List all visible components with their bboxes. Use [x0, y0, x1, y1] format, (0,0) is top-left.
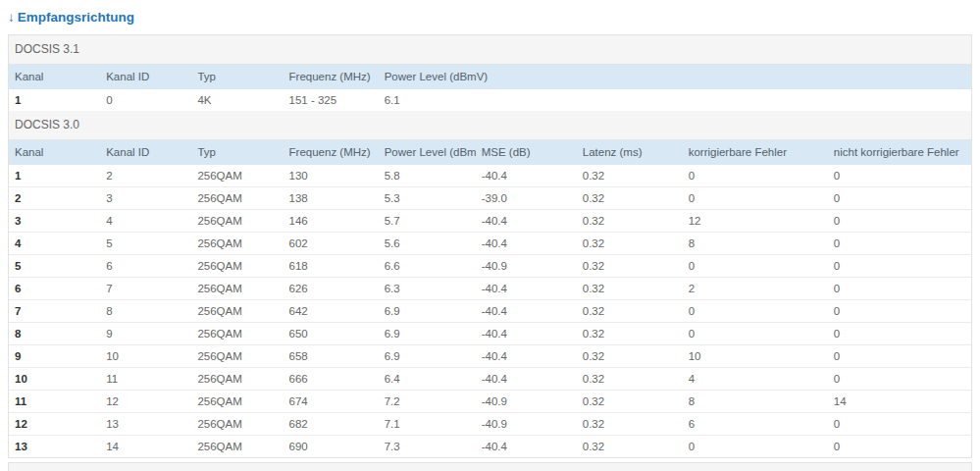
cell-typ: 256QAM	[191, 300, 283, 323]
cell-kanal-id: 8	[100, 300, 191, 323]
cell-latenz: 0.32	[577, 278, 683, 300]
table-row: 3 4 256QAM 146 5.7 -40.4 0.32 12 0	[9, 210, 971, 233]
cell-latenz: 0.32	[577, 165, 683, 187]
cell-power-level: 6.6	[379, 255, 476, 278]
cell-korrigierbare-fehler: 4	[683, 368, 828, 391]
down-arrow-icon: ↓	[8, 10, 15, 25]
table-row: 11 12 256QAM 674 7.2 -40.9 0.32 8 14	[9, 391, 971, 413]
cell-typ: 256QAM	[191, 413, 283, 436]
column-header-frequenz: Frequenz (MHz)	[284, 65, 379, 89]
cell-nicht-korrigierbare-fehler: 0	[828, 345, 971, 368]
table-row: 13 14 256QAM 690 7.3 -40.4 0.32 0 0	[9, 436, 971, 458]
cell-mse: -39.0	[476, 187, 577, 210]
cell-korrigierbare-fehler: 10	[683, 345, 828, 368]
cell-frequenz: 602	[284, 233, 379, 255]
cell-kanal: 9	[9, 345, 100, 368]
cell-latenz: 0.32	[577, 413, 683, 436]
cell-nicht-korrigierbare-fehler: 0	[828, 165, 971, 187]
column-header-kanal: Kanal	[9, 65, 100, 89]
empfangsrichtung-section-toggle[interactable]: ↓Empfangsrichtung	[8, 10, 134, 25]
table-row: 6 7 256QAM 626 6.3 -40.4 0.32 2 0	[9, 278, 971, 300]
cell-mse: -40.4	[476, 345, 577, 368]
column-header-typ: Typ	[191, 140, 283, 165]
docsis30-header-row: Kanal Kanal ID Typ Frequenz (MHz) Power …	[9, 140, 971, 165]
cell-korrigierbare-fehler: 0	[683, 165, 828, 187]
cell-nicht-korrigierbare-fehler: 0	[828, 436, 971, 458]
next-section-panel	[8, 462, 972, 471]
cell-kanal-id: 12	[100, 391, 191, 413]
cell-korrigierbare-fehler: 8	[683, 233, 828, 255]
cell-latenz: 0.32	[577, 255, 683, 278]
docsis31-header-row: Kanal Kanal ID Typ Frequenz (MHz) Power …	[9, 65, 971, 89]
cell-power-level: 5.3	[379, 187, 476, 210]
cell-kanal: 1	[9, 165, 100, 187]
cell-mse: -40.9	[476, 391, 577, 413]
cell-kanal-id: 5	[100, 233, 191, 255]
cell-kanal-id: 6	[100, 255, 191, 278]
cell-power-level: 6.9	[379, 323, 476, 345]
cell-kanal: 4	[9, 233, 100, 255]
table-row: 1 2 256QAM 130 5.8 -40.4 0.32 0 0	[9, 165, 971, 187]
cell-power-level: 7.3	[379, 436, 476, 458]
section-header-docsis30: DOCSIS 3.0	[9, 111, 971, 140]
cell-kanal: 5	[9, 255, 100, 278]
table-row: 8 9 256QAM 650 6.9 -40.4 0.32 0 0	[9, 323, 971, 345]
page-title: Empfangsrichtung	[18, 10, 134, 25]
cell-frequenz: 138	[284, 187, 379, 210]
cell-frequenz: 674	[284, 391, 379, 413]
cell-korrigierbare-fehler: 6	[683, 413, 828, 436]
column-header-kanal: Kanal	[9, 140, 100, 165]
cell-power-level: 6.9	[379, 345, 476, 368]
cell-frequenz: 618	[284, 255, 379, 278]
cell-kanal: 12	[9, 413, 100, 436]
docsis30-table: Kanal Kanal ID Typ Frequenz (MHz) Power …	[9, 140, 971, 457]
cell-mse: -40.4	[476, 210, 577, 233]
cell-nicht-korrigierbare-fehler: 0	[828, 255, 971, 278]
cell-korrigierbare-fehler: 0	[683, 323, 828, 345]
section-header-docsis31: DOCSIS 3.1	[9, 35, 971, 65]
cell-korrigierbare-fehler: 8	[683, 391, 828, 413]
docsis31-table: Kanal Kanal ID Typ Frequenz (MHz) Power …	[9, 65, 971, 111]
column-header-typ: Typ	[191, 65, 283, 89]
cell-nicht-korrigierbare-fehler: 0	[828, 278, 971, 300]
table-row: 9 10 256QAM 658 6.9 -40.4 0.32 10 0	[9, 345, 971, 368]
cell-typ: 256QAM	[191, 368, 283, 391]
cell-frequenz: 658	[284, 345, 379, 368]
cell-frequenz: 690	[284, 436, 379, 458]
cell-kanal: 1	[9, 89, 100, 111]
cell-kanal: 10	[9, 368, 100, 391]
cell-nicht-korrigierbare-fehler: 0	[828, 187, 971, 210]
cell-typ: 256QAM	[191, 278, 283, 300]
cell-mse: -40.4	[476, 323, 577, 345]
cell-kanal: 3	[9, 210, 100, 233]
page: ↓Empfangsrichtung DOCSIS 3.1 Kanal Kanal…	[0, 0, 980, 471]
table-row: 4 5 256QAM 602 5.6 -40.4 0.32 8 0	[9, 233, 971, 255]
cell-latenz: 0.32	[577, 233, 683, 255]
cell-power-level: 5.8	[379, 165, 476, 187]
cell-kanal-id: 11	[100, 368, 191, 391]
cell-kanal: 2	[9, 187, 100, 210]
cell-typ: 256QAM	[191, 436, 283, 458]
cell-power-level: 6.3	[379, 278, 476, 300]
cell-kanal-id: 9	[100, 323, 191, 345]
cell-kanal-id: 3	[100, 187, 191, 210]
cell-frequenz: 626	[284, 278, 379, 300]
cell-korrigierbare-fehler: 0	[683, 255, 828, 278]
cell-kanal: 13	[9, 436, 100, 458]
column-header-frequenz: Frequenz (MHz)	[284, 140, 379, 165]
cell-mse: -40.4	[476, 278, 577, 300]
cell-mse: -40.4	[476, 436, 577, 458]
cell-typ: 256QAM	[191, 233, 283, 255]
cell-kanal-id: 2	[100, 165, 191, 187]
column-header-power-level: Power Level (dBmV)	[379, 140, 476, 165]
docsis31-table-body: 1 0 4K 151 - 325 6.1	[9, 89, 971, 111]
docsis30-table-body: 1 2 256QAM 130 5.8 -40.4 0.32 0 0 2 3	[9, 165, 971, 457]
table-row: 5 6 256QAM 618 6.6 -40.9 0.32 0 0	[9, 255, 971, 278]
cell-korrigierbare-fehler: 2	[683, 278, 828, 300]
section-header-next	[9, 463, 971, 471]
column-header-latenz: Latenz (ms)	[577, 140, 683, 165]
cell-nicht-korrigierbare-fehler: 0	[828, 233, 971, 255]
cell-kanal: 7	[9, 300, 100, 323]
cell-latenz: 0.32	[577, 323, 683, 345]
cell-mse: -40.4	[476, 165, 577, 187]
